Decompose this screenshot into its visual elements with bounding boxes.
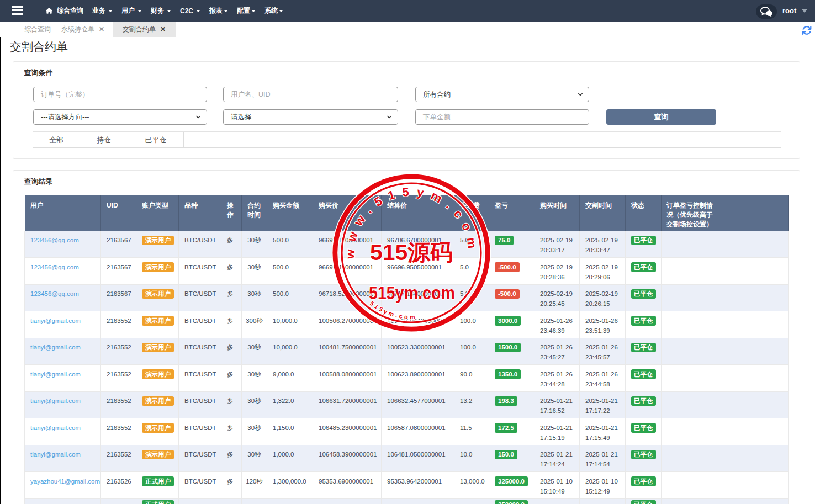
svg-text:515ym.com: 515ym.com (369, 282, 455, 303)
svg-text:515源码: 515源码 (370, 240, 453, 264)
